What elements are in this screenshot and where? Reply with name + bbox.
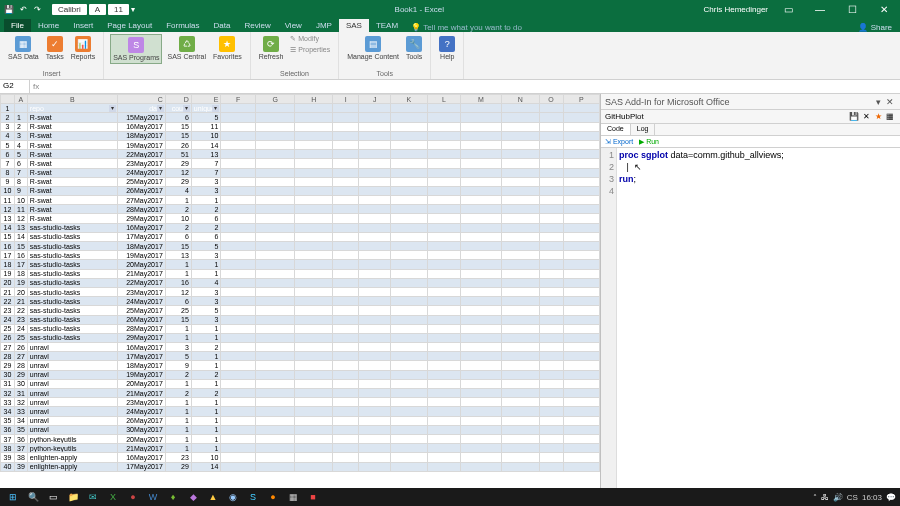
row-header[interactable]: 40: [1, 462, 15, 471]
cell[interactable]: 28: [15, 361, 28, 370]
cell[interactable]: [539, 131, 563, 140]
table-header-uniques[interactable]: uniques▾: [191, 104, 221, 113]
cell[interactable]: [256, 425, 295, 434]
cell[interactable]: [256, 269, 295, 278]
cell[interactable]: sas-studio-tasks: [27, 278, 117, 287]
cell[interactable]: 1: [191, 269, 221, 278]
cell[interactable]: [256, 379, 295, 388]
code-editor[interactable]: 1234 proc sgplot data=comm.github_allvie…: [601, 148, 900, 488]
cell[interactable]: 13: [165, 251, 191, 260]
save-icon[interactable]: 💾: [4, 4, 14, 14]
tab-view[interactable]: View: [278, 19, 309, 32]
cell[interactable]: [501, 343, 539, 352]
cell[interactable]: [359, 287, 391, 296]
cell[interactable]: [391, 269, 427, 278]
cell[interactable]: 18May2017: [117, 131, 165, 140]
cell[interactable]: 22: [15, 306, 28, 315]
taskbar-app[interactable]: ●: [124, 490, 142, 504]
cell[interactable]: [461, 177, 502, 186]
cell[interactable]: unravl: [27, 389, 117, 398]
taskbar-app[interactable]: ♦: [164, 490, 182, 504]
cell[interactable]: [359, 214, 391, 223]
cell[interactable]: [359, 352, 391, 361]
cell[interactable]: [221, 407, 256, 416]
cell[interactable]: 6: [15, 159, 28, 168]
row-header[interactable]: 17: [1, 251, 15, 260]
cell[interactable]: [221, 416, 256, 425]
cell[interactable]: [461, 462, 502, 471]
cell[interactable]: [427, 242, 460, 251]
cell[interactable]: [256, 251, 295, 260]
row-header[interactable]: 26: [1, 333, 15, 342]
cell[interactable]: [563, 398, 599, 407]
cell[interactable]: [461, 186, 502, 195]
cell[interactable]: 23May2017: [117, 159, 165, 168]
row-header[interactable]: 3: [1, 122, 15, 131]
cell[interactable]: [461, 361, 502, 370]
cell[interactable]: [427, 269, 460, 278]
row-header[interactable]: 11: [1, 196, 15, 205]
cell[interactable]: 34: [15, 416, 28, 425]
tab-page-layout[interactable]: Page Layout: [100, 19, 159, 32]
cell[interactable]: [359, 232, 391, 241]
cell[interactable]: 26: [15, 343, 28, 352]
cell[interactable]: [333, 324, 359, 333]
cell[interactable]: [427, 453, 460, 462]
cell[interactable]: [333, 306, 359, 315]
cell[interactable]: [333, 269, 359, 278]
cell[interactable]: 16May2017: [117, 453, 165, 462]
cell[interactable]: 17May2017: [117, 462, 165, 471]
tray-clock[interactable]: 16:03: [862, 493, 882, 502]
cell[interactable]: [295, 269, 333, 278]
cell[interactable]: [359, 159, 391, 168]
cell[interactable]: 16: [15, 251, 28, 260]
tab-home[interactable]: Home: [31, 19, 66, 32]
code-line[interactable]: proc sgplot data=comm.github_allviews;: [619, 150, 898, 162]
cell[interactable]: [427, 306, 460, 315]
cell[interactable]: unravl: [27, 370, 117, 379]
cell[interactable]: [539, 462, 563, 471]
cell[interactable]: [427, 462, 460, 471]
cell[interactable]: [256, 315, 295, 324]
cell[interactable]: 15: [15, 242, 28, 251]
cell[interactable]: [427, 113, 460, 122]
cell[interactable]: [391, 324, 427, 333]
cell[interactable]: [427, 214, 460, 223]
cell[interactable]: [359, 453, 391, 462]
cell[interactable]: sas-studio-tasks: [27, 324, 117, 333]
cell[interactable]: 2: [165, 370, 191, 379]
col-header[interactable]: D: [165, 95, 191, 104]
cell[interactable]: [256, 113, 295, 122]
cell[interactable]: [501, 131, 539, 140]
cell[interactable]: 38: [15, 453, 28, 462]
cell[interactable]: 2: [191, 223, 221, 232]
cell[interactable]: [256, 196, 295, 205]
cell[interactable]: [461, 444, 502, 453]
cell[interactable]: 1: [191, 444, 221, 453]
cell[interactable]: 29May2017: [117, 333, 165, 342]
cell[interactable]: [333, 398, 359, 407]
cell[interactable]: [333, 214, 359, 223]
cell[interactable]: [563, 196, 599, 205]
cell[interactable]: 1: [165, 398, 191, 407]
cell[interactable]: 28May2017: [117, 324, 165, 333]
cell[interactable]: [461, 260, 502, 269]
col-header[interactable]: K: [391, 95, 427, 104]
cell[interactable]: [221, 242, 256, 251]
cell[interactable]: [391, 352, 427, 361]
cell[interactable]: 1: [191, 333, 221, 342]
cell[interactable]: 25May2017: [117, 177, 165, 186]
cell[interactable]: 10: [165, 214, 191, 223]
cell[interactable]: [461, 370, 502, 379]
row-header[interactable]: 37: [1, 434, 15, 443]
cell[interactable]: [221, 324, 256, 333]
cell[interactable]: [461, 306, 502, 315]
tray-notifications-icon[interactable]: 💬: [886, 493, 896, 502]
cell[interactable]: [501, 333, 539, 342]
cell[interactable]: 24May2017: [117, 297, 165, 306]
cell[interactable]: 33: [15, 407, 28, 416]
cell[interactable]: [295, 177, 333, 186]
cell[interactable]: [295, 242, 333, 251]
cell[interactable]: [295, 186, 333, 195]
row-header[interactable]: 9: [1, 177, 15, 186]
